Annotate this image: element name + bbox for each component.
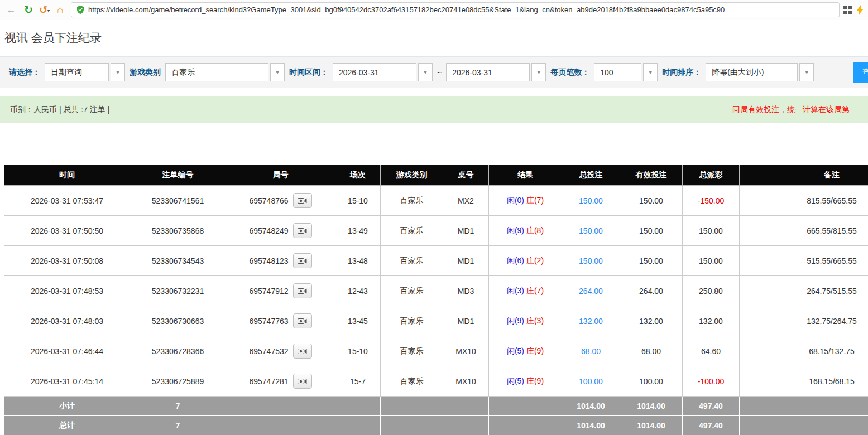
result-player: 闲(5) [507, 346, 524, 355]
total-payout: 497.40 [683, 416, 740, 435]
undo-icon[interactable]: ↺▾ [39, 4, 50, 16]
cell-note: 132.75/264.75 [740, 306, 868, 336]
cell-total-bet[interactable]: 264.00 [562, 276, 620, 306]
cell-round-no: 695748249 [226, 216, 335, 246]
game-type-value[interactable]: 百家乐 [165, 63, 268, 81]
cell-bet-no: 523306730663 [130, 306, 226, 336]
cell-result: 闲(5) 庄(9) [489, 336, 562, 366]
cell-valid-bet: 264.00 [620, 276, 683, 306]
undo-dropdown-caret-icon[interactable]: ▾ [47, 8, 50, 13]
date-to-input[interactable] [446, 63, 530, 81]
cell-note: 665.55/815.55 [740, 216, 868, 246]
apps-grid-icon[interactable] [843, 6, 852, 14]
sort-select[interactable]: 降幂(由大到小) ▾ [706, 63, 814, 81]
cell-note: 515.55/665.55 [740, 246, 868, 276]
total-row: 总计 7 1014.00 1014.00 497.40 [4, 416, 868, 435]
chevron-down-icon[interactable]: ▾ [799, 63, 814, 81]
video-replay-button[interactable] [293, 283, 312, 298]
query-type-value[interactable]: 日期查询 [45, 63, 109, 81]
cell-session: 13-48 [335, 246, 381, 276]
date-from-input[interactable] [333, 63, 416, 81]
date-from-picker[interactable]: ▾ [333, 63, 433, 81]
chevron-down-icon[interactable]: ▾ [111, 63, 125, 81]
column-header-payout: 总派彩 [683, 165, 740, 186]
page-size-label: 每页笔数： [550, 67, 589, 78]
chevron-down-icon[interactable]: ▾ [418, 63, 433, 81]
cell-table-no: MX2 [443, 186, 489, 216]
page-size-input[interactable] [594, 63, 641, 81]
cell-game-type: 百家乐 [381, 216, 443, 246]
cell-payout: -100.00 [683, 366, 740, 397]
subtotal-valid-bet: 1014.00 [620, 397, 683, 416]
video-replay-button[interactable] [293, 344, 312, 359]
cell-payout: 250.80 [683, 276, 740, 306]
filter-bar: 请选择： 日期查询 ▾ 游戏类别 百家乐 ▾ 时间区间： ▾ ~ ▾ 每页笔数：… [0, 56, 868, 88]
cell-time: 2026-03-31 07:48:03 [4, 306, 130, 336]
query-type-select[interactable]: 日期查询 ▾ [45, 63, 125, 81]
cell-game-type: 百家乐 [381, 186, 443, 216]
lightning-icon[interactable] [857, 5, 864, 15]
cell-game-type: 百家乐 [381, 336, 443, 366]
cell-payout: -150.00 [683, 186, 740, 216]
result-banker: 庄(7) [526, 286, 544, 295]
result-banker: 庄(2) [526, 256, 544, 265]
subtotal-row: 小计 7 1014.00 1014.00 497.40 [4, 397, 868, 416]
cell-note: 168.15/68.15 [740, 366, 868, 397]
cell-total-bet[interactable]: 132.00 [562, 306, 620, 336]
search-button[interactable]: 查询 [853, 62, 868, 83]
cell-time: 2026-03-31 07:48:53 [4, 276, 130, 306]
chevron-down-icon[interactable]: ▾ [531, 63, 546, 81]
round-number: 695748766 [249, 196, 288, 205]
video-replay-button[interactable] [293, 374, 312, 389]
cell-valid-bet: 132.00 [620, 306, 683, 336]
cell-total-bet[interactable]: 150.00 [562, 186, 620, 216]
cell-result: 闲(6) 庄(2) [489, 246, 562, 276]
page-size-select[interactable]: ▾ [594, 63, 658, 81]
video-replay-button[interactable] [293, 193, 312, 208]
cell-session: 13-45 [335, 306, 381, 336]
cell-total-bet[interactable]: 150.00 [562, 246, 620, 276]
table-row: 2026-03-31 07:48:53 523306732231 6957479… [4, 276, 868, 306]
video-replay-button[interactable] [293, 253, 312, 268]
address-bar[interactable]: https://videoie.com/game/betrecord_searc… [71, 2, 840, 17]
table-row: 2026-03-31 07:50:08 523306734543 6957481… [4, 246, 868, 276]
cell-round-no: 695748123 [226, 246, 335, 276]
video-replay-button[interactable] [293, 223, 312, 238]
cell-table-no: MX10 [443, 336, 489, 366]
video-replay-button[interactable] [293, 313, 312, 328]
browser-toolbar: ← ↻ ↺▾ ⌂ https://videoie.com/game/betrec… [0, 0, 868, 20]
column-header-game-type: 游戏类别 [381, 165, 443, 186]
chevron-down-icon[interactable]: ▾ [270, 63, 285, 81]
game-type-label: 游戏类别 [130, 67, 161, 78]
cell-total-bet[interactable]: 150.00 [562, 216, 620, 246]
cell-game-type: 百家乐 [381, 246, 443, 276]
refresh-icon[interactable]: ↻ [22, 3, 35, 16]
url-text[interactable]: https://videoie.com/game/betrecord_searc… [88, 6, 725, 14]
cell-total-bet[interactable]: 100.00 [562, 366, 620, 397]
cell-table-no: MD1 [443, 306, 489, 336]
date-to-picker[interactable]: ▾ [446, 63, 546, 81]
chevron-down-icon[interactable]: ▾ [643, 63, 658, 81]
cell-valid-bet: 150.00 [620, 246, 683, 276]
cell-bet-no: 523306735868 [130, 216, 226, 246]
home-icon[interactable]: ⌂ [54, 4, 67, 16]
game-type-select[interactable]: 百家乐 ▾ [165, 63, 285, 81]
cell-round-no: 695747912 [226, 276, 335, 306]
back-icon[interactable]: ← [4, 4, 18, 16]
page-content: 视讯 会员下注纪录 请选择： 日期查询 ▾ 游戏类别 百家乐 ▾ 时间区间： ▾… [0, 20, 868, 435]
result-player: 闲(5) [507, 376, 524, 385]
result-player: 闲(6) [507, 256, 524, 265]
sort-value[interactable]: 降幂(由大到小) [706, 63, 798, 81]
result-banker: 庄(3) [526, 316, 544, 325]
total-empty [740, 416, 868, 435]
cell-game-type: 百家乐 [381, 276, 443, 306]
result-player: 闲(0) [507, 196, 524, 205]
sort-label: 时间排序： [662, 67, 701, 78]
cell-total-bet[interactable]: 68.00 [562, 336, 620, 366]
cell-session: 15-10 [335, 186, 381, 216]
cell-result: 闲(9) 庄(3) [489, 306, 562, 336]
cell-session: 15-7 [335, 366, 381, 397]
round-number: 695748249 [249, 226, 288, 235]
round-number: 695747281 [249, 377, 288, 386]
result-banker: 庄(9) [526, 376, 544, 385]
